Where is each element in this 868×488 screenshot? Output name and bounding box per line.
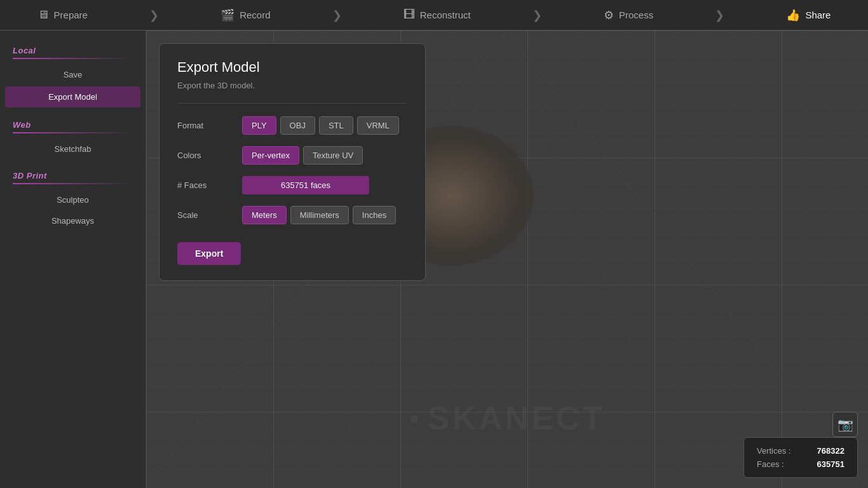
format-obj-button[interactable]: OBJ bbox=[280, 116, 315, 135]
export-panel: Export Model Export the 3D model. Format… bbox=[159, 43, 426, 281]
scale-label: Scale bbox=[177, 210, 234, 220]
record-icon: 🎬 bbox=[220, 8, 234, 22]
colors-label: Colors bbox=[177, 151, 234, 160]
nav-arrow-4: ❯ bbox=[715, 8, 724, 22]
scale-btn-group: Meters Millimeters Inches bbox=[242, 206, 396, 224]
sidebar-item-save[interactable]: Save bbox=[0, 64, 146, 85]
format-row: Format PLY OBJ STL VRML bbox=[177, 116, 407, 135]
faces-input[interactable] bbox=[242, 176, 369, 194]
format-vrml-button[interactable]: VRML bbox=[357, 116, 399, 135]
sidebar-item-export-model[interactable]: Export Model bbox=[5, 86, 140, 107]
nav-arrow-3: ❯ bbox=[532, 8, 542, 22]
prepare-icon: 🖥 bbox=[37, 8, 49, 22]
sidebar: Local Save Export Model Web Sketchfab 3D… bbox=[0, 30, 146, 488]
screenshot-icon: 📷 bbox=[837, 417, 853, 432]
watermark: ● SKANECT bbox=[409, 399, 605, 437]
share-icon: 👍 bbox=[786, 8, 800, 22]
scale-millimeters-button[interactable]: Millimeters bbox=[290, 206, 349, 224]
nav-arrow-1: ❯ bbox=[149, 8, 159, 22]
nav-prepare-label: Prepare bbox=[54, 10, 88, 20]
top-navigation: 🖥 Prepare ❯ 🎬 Record ❯ 🎞 Reconstruct ❯ ⚙… bbox=[0, 0, 868, 30]
export-panel-title: Export Model bbox=[177, 59, 407, 76]
vertices-label: Vertices : bbox=[757, 446, 790, 456]
vertices-value: 768322 bbox=[817, 446, 844, 456]
process-icon: ⚙ bbox=[604, 8, 614, 22]
nav-record[interactable]: 🎬 Record bbox=[208, 0, 283, 30]
sidebar-section-line-3dprint bbox=[13, 183, 133, 184]
stats-panel: Vertices : 768322 Faces : 635751 bbox=[743, 437, 858, 478]
faces-stat: Faces : 635751 bbox=[757, 458, 844, 471]
svg-line-3 bbox=[507, 30, 868, 488]
export-panel-divider bbox=[177, 103, 407, 104]
scale-inches-button[interactable]: Inches bbox=[353, 206, 396, 224]
faces-label: # Faces bbox=[177, 180, 234, 190]
faces-row: # Faces bbox=[177, 176, 407, 194]
sidebar-item-shapeways[interactable]: Shapeways bbox=[0, 210, 146, 231]
export-panel-description: Export the 3D model. bbox=[177, 81, 407, 90]
sidebar-section-line-local bbox=[13, 58, 133, 59]
colors-textureuv-button[interactable]: Texture UV bbox=[303, 146, 363, 165]
format-stl-button[interactable]: STL bbox=[319, 116, 353, 135]
nav-reconstruct[interactable]: 🎞 Reconstruct bbox=[391, 0, 484, 30]
reconstruct-icon: 🎞 bbox=[403, 8, 415, 22]
colors-pervertex-button[interactable]: Per-vertex bbox=[242, 146, 299, 165]
colors-row: Colors Per-vertex Texture UV bbox=[177, 146, 407, 165]
sidebar-section-line-web bbox=[13, 132, 133, 133]
format-label: Format bbox=[177, 121, 234, 130]
scale-meters-button[interactable]: Meters bbox=[242, 206, 287, 224]
scale-row: Scale Meters Millimeters Inches bbox=[177, 206, 407, 224]
export-button[interactable]: Export bbox=[177, 242, 241, 265]
main-area: Local Save Export Model Web Sketchfab 3D… bbox=[0, 30, 868, 488]
sidebar-section-web: Web bbox=[0, 115, 146, 132]
faces-stat-value: 635751 bbox=[817, 459, 844, 469]
svg-line-5 bbox=[507, 30, 688, 488]
sidebar-section-local: Local bbox=[0, 41, 146, 58]
nav-process-label: Process bbox=[619, 10, 653, 20]
sidebar-item-sculpteo[interactable]: Sculpteo bbox=[0, 189, 146, 210]
format-ply-button[interactable]: PLY bbox=[242, 116, 276, 135]
colors-btn-group: Per-vertex Texture UV bbox=[242, 146, 363, 165]
nav-share[interactable]: 👍 Share bbox=[773, 0, 843, 30]
sidebar-item-sketchfab[interactable]: Sketchfab bbox=[0, 139, 146, 159]
vertices-stat: Vertices : 768322 bbox=[757, 444, 844, 458]
screenshot-button[interactable]: 📷 bbox=[832, 412, 858, 437]
nav-process[interactable]: ⚙ Process bbox=[591, 0, 666, 30]
nav-record-label: Record bbox=[240, 10, 270, 20]
nav-arrow-2: ❯ bbox=[332, 8, 342, 22]
nav-prepare[interactable]: 🖥 Prepare bbox=[25, 0, 100, 30]
format-btn-group: PLY OBJ STL VRML bbox=[242, 116, 399, 135]
viewport: Export Model Export the 3D model. Format… bbox=[146, 30, 868, 488]
sidebar-section-3dprint: 3D Print bbox=[0, 166, 146, 183]
nav-reconstruct-label: Reconstruct bbox=[420, 10, 471, 20]
nav-share-label: Share bbox=[805, 10, 831, 20]
faces-stat-label: Faces : bbox=[757, 459, 784, 469]
